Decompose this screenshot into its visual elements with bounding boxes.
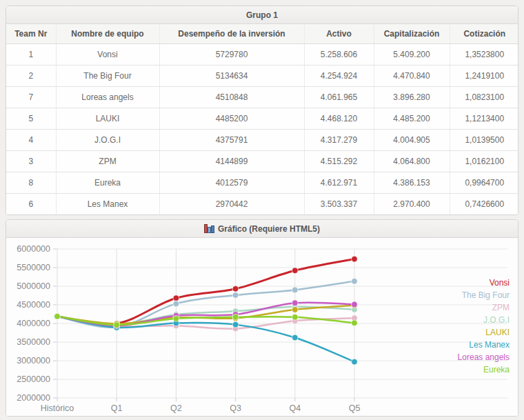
svg-text:Q4: Q4	[289, 403, 301, 413]
svg-text:5000000: 5000000	[17, 281, 50, 291]
cell-capitalizacion: 4.386.153	[374, 172, 450, 194]
svg-text:2000000: 2000000	[17, 393, 50, 403]
cell-name: Loreas angels	[56, 87, 159, 108]
group-table-panel: Grupo 1 Team NrNombre de equipoDesempeño…	[6, 6, 518, 215]
cell-activo: 4.317.279	[304, 130, 374, 151]
cell-team_nr: 6	[6, 194, 56, 215]
cell-team_nr: 5	[6, 108, 56, 130]
cell-name: Vonsi	[56, 44, 159, 66]
cell-activo: 4.254.924	[304, 66, 374, 87]
column-header: Nombre de equipo	[56, 24, 159, 44]
cell-team_nr: 2	[6, 66, 56, 87]
cell-capitalizacion: 4.004.905	[374, 130, 450, 151]
column-header: Activo	[304, 24, 374, 44]
cell-activo: 4.612.971	[304, 172, 374, 194]
cell-team_nr: 4	[6, 130, 56, 151]
svg-text:3000000: 3000000	[17, 356, 50, 366]
cell-capitalizacion: 2.970.400	[374, 194, 450, 215]
line-chart: 6000000550000050000004500000400000035000…	[6, 238, 518, 416]
svg-text:Q1: Q1	[111, 403, 123, 413]
svg-text:3500000: 3500000	[17, 337, 50, 347]
cell-activo: 5.258.606	[304, 44, 374, 66]
cell-cotizacion: 1,0162100	[450, 151, 518, 172]
cell-performance: 4375791	[159, 130, 304, 151]
cell-team_nr: 3	[6, 151, 56, 172]
line-chart-canvas: 6000000550000050000004500000400000035000…	[6, 238, 518, 416]
cell-capitalizacion: 4.470.840	[374, 66, 450, 87]
column-header: Cotización	[450, 24, 518, 44]
table-row: 8Eureka40125794.612.9714.386.1530,996470…	[6, 172, 518, 194]
svg-text:4000000: 4000000	[17, 319, 50, 328]
cell-performance: 5134634	[159, 66, 304, 87]
cell-cotizacion: 1,3523800	[450, 44, 518, 66]
cell-capitalizacion: 5.409.200	[374, 44, 450, 66]
group-table: Team NrNombre de equipoDesempeño de la i…	[6, 24, 518, 214]
group-table-body: 1Vonsi57297805.258.6065.409.2001,3523800…	[6, 44, 518, 215]
legend-item-j-o-g-i: J.O.G.I	[458, 314, 510, 326]
cell-name: The Big Four	[56, 66, 159, 87]
cell-name: Les Manex	[56, 194, 159, 215]
svg-text:Q3: Q3	[230, 403, 241, 413]
cell-name: J.O.G.I	[56, 130, 159, 151]
chart-legend: VonsiThe Big FourZPMJ.O.G.ILAUKILes Mane…	[458, 277, 510, 376]
cell-cotizacion: 0,7426600	[450, 194, 518, 215]
svg-text:Q2: Q2	[170, 403, 182, 413]
svg-text:Histórico: Histórico	[41, 403, 74, 413]
cell-capitalizacion: 3.896.280	[374, 87, 450, 108]
column-header: Desempeño de la inversión	[159, 24, 304, 44]
group-table-title: Grupo 1	[6, 6, 518, 24]
column-header: Capitalización	[374, 24, 450, 44]
cell-cotizacion: 0,9964700	[450, 172, 518, 194]
cell-performance: 4012579	[159, 172, 304, 194]
bar-chart-icon	[204, 224, 214, 234]
cell-capitalizacion: 4.064.800	[374, 151, 450, 172]
legend-item-zpm: ZPM	[458, 301, 510, 314]
svg-text:5500000: 5500000	[17, 263, 50, 272]
table-row: 2The Big Four51346344.254.9244.470.8401,…	[6, 66, 518, 87]
chart-panel: Gráfico (Requiere HTML5) 600000055000005…	[6, 219, 518, 417]
cell-performance: 4510848	[159, 87, 304, 108]
svg-text:Q5: Q5	[349, 403, 361, 413]
svg-text:6000000: 6000000	[17, 244, 50, 254]
cell-cotizacion: 1,0139500	[450, 130, 518, 151]
column-header: Team Nr	[6, 24, 56, 44]
cell-performance: 2970442	[159, 194, 304, 215]
chart-panel-title-bar: Gráfico (Requiere HTML5)	[6, 220, 518, 238]
cell-name: Eureka	[56, 172, 159, 194]
cell-name: LAUKI	[56, 108, 159, 130]
table-row: 6Les Manex29704423.503.3372.970.4000,742…	[6, 194, 518, 215]
table-row: 7Loreas angels45108484.061.9653.896.2801…	[6, 87, 518, 108]
table-row: 3ZPM41448994.515.2924.064.8001,0162100	[6, 151, 518, 172]
table-row: 4J.O.G.I43757914.317.2794.004.9051,01395…	[6, 130, 518, 151]
cell-team_nr: 8	[6, 172, 56, 194]
cell-cotizacion: 1,1213400	[450, 108, 518, 130]
table-row: 1Vonsi57297805.258.6065.409.2001,3523800	[6, 44, 518, 66]
cell-team_nr: 1	[6, 44, 56, 66]
table-row: 5LAUKI44852004.468.1204.485.2001,1213400	[6, 108, 518, 130]
cell-performance: 5729780	[159, 44, 304, 66]
legend-item-loreas-angels: Loreas angels	[458, 351, 510, 363]
cell-cotizacion: 1,0823100	[450, 87, 518, 108]
cell-cotizacion: 1,2419100	[450, 66, 518, 87]
chart-panel-title: Gráfico (Requiere HTML5)	[218, 224, 320, 234]
legend-item-vonsi: Vonsi	[458, 277, 510, 289]
legend-item-the-big-four: The Big Four	[458, 289, 510, 301]
cell-team_nr: 7	[6, 87, 56, 108]
cell-activo: 4.061.965	[304, 87, 374, 108]
legend-item-lauki: LAUKI	[458, 326, 510, 339]
legend-item-eureka: Eureka	[458, 363, 510, 376]
cell-performance: 4485200	[159, 108, 304, 130]
cell-activo: 4.468.120	[304, 108, 374, 130]
group-table-head: Team NrNombre de equipoDesempeño de la i…	[6, 24, 518, 44]
cell-activo: 4.515.292	[304, 151, 374, 172]
svg-text:2500000: 2500000	[17, 374, 50, 384]
svg-text:4500000: 4500000	[17, 300, 50, 310]
cell-capitalizacion: 4.485.200	[374, 108, 450, 130]
cell-performance: 4144899	[159, 151, 304, 172]
cell-activo: 3.503.337	[304, 194, 374, 215]
legend-item-les-manex: Les Manex	[458, 339, 510, 351]
cell-name: ZPM	[56, 151, 159, 172]
